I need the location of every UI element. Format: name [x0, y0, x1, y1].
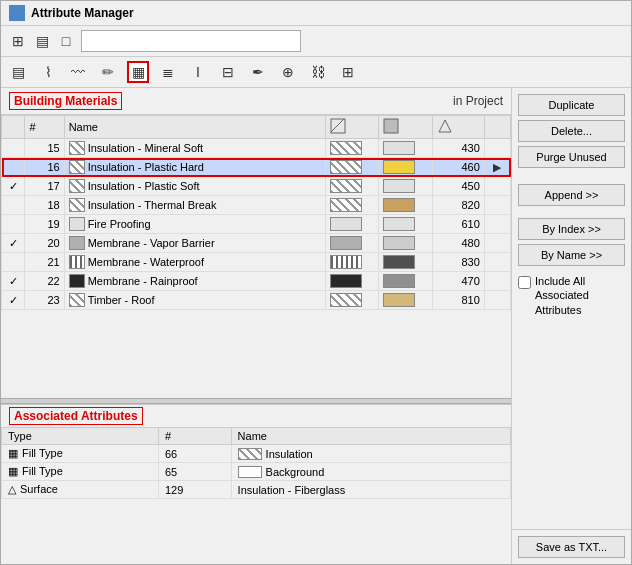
name-cell: Membrane - Waterproof	[64, 253, 325, 272]
name-cell: Insulation - Plastic Hard	[64, 158, 325, 177]
table-row[interactable]: 21 Membrane - Waterproof 830	[2, 253, 511, 272]
assoc-header: Associated Attributes	[1, 405, 511, 427]
materials-table-container[interactable]: # Name	[1, 114, 511, 398]
assoc-col-type: Type	[2, 428, 159, 445]
pattern-cell	[325, 177, 379, 196]
assoc-type-cell: ▦Fill Type	[2, 463, 159, 481]
append-button[interactable]: Append >>	[518, 184, 625, 206]
type-toolbar: ▤ ⌇ 〰 ✏ ▦ ≣ I ⊟ ✒ ⊕ ⛓ ⊞	[1, 57, 631, 88]
arrow-cell	[484, 272, 510, 291]
check-cell: ✓	[2, 291, 25, 310]
fill-cell	[379, 215, 433, 234]
table-row[interactable]: ✓ 17 Insulation - Plastic Soft 450	[2, 177, 511, 196]
assoc-label: Associated Attributes	[9, 407, 143, 425]
num-cell: 21	[25, 253, 64, 272]
assoc-col-num: #	[158, 428, 231, 445]
operation-icon[interactable]: ⊞	[337, 61, 359, 83]
col-num: #	[25, 116, 64, 139]
zone-icon[interactable]: ✒	[247, 61, 269, 83]
fill-icon[interactable]: 〰	[67, 61, 89, 83]
svg-line-1	[331, 119, 344, 132]
label-icon[interactable]: ⊟	[217, 61, 239, 83]
name-cell: Fire Proofing	[64, 215, 325, 234]
surface-icon[interactable]: ✏	[97, 61, 119, 83]
search-input[interactable]	[81, 30, 301, 52]
num-cell: 22	[25, 272, 64, 291]
layers-icon[interactable]: ▤	[7, 61, 29, 83]
materials-table: # Name	[1, 115, 511, 310]
include-all-label: Include All Associated Attributes	[535, 274, 625, 317]
check-cell: ✓	[2, 272, 25, 291]
check-cell: ✓	[2, 177, 25, 196]
by-name-button[interactable]: By Name >>	[518, 244, 625, 266]
duplicate-button[interactable]: Duplicate	[518, 94, 625, 116]
table-row[interactable]: 15 Insulation - Mineral Soft 430	[2, 139, 511, 158]
pattern-cell	[325, 234, 379, 253]
fill-type-icon: ▦	[8, 447, 18, 459]
main-panel: Building Materials in Project # Name	[1, 88, 511, 564]
assoc-name-cell: Insulation - Fiberglass	[231, 481, 510, 499]
fill-cell	[379, 272, 433, 291]
fill-cell	[379, 177, 433, 196]
building-mat-icon[interactable]: ▦	[127, 61, 149, 83]
fill-cell	[379, 196, 433, 215]
check-cell	[2, 253, 25, 272]
arrow-cell	[484, 291, 510, 310]
arrow-cell	[484, 253, 510, 272]
list-view-icon[interactable]: ▤	[31, 30, 53, 52]
attribute-manager-window: Attribute Manager ⊞ ▤ □ ▤ ⌇ 〰 ✏ ▦ ≣ I ⊟ …	[0, 0, 632, 565]
val-cell: 810	[432, 291, 484, 310]
col-fill	[379, 116, 433, 139]
fill-type-icon: ▦	[8, 465, 18, 477]
assoc-row[interactable]: △Surface 129 Insulation - Fiberglass	[2, 481, 511, 499]
include-all-checkbox[interactable]	[518, 276, 531, 289]
arrow-cell	[484, 139, 510, 158]
table-row[interactable]: ✓ 22 Membrane - Rainproof 470	[2, 272, 511, 291]
mep-icon[interactable]: ⛓	[307, 61, 329, 83]
val-cell: 820	[432, 196, 484, 215]
window-title: Attribute Manager	[31, 6, 134, 20]
grid-view-icon[interactable]: ⊞	[7, 30, 29, 52]
save-txt-button[interactable]: Save as TXT...	[518, 536, 625, 558]
pattern-cell	[325, 253, 379, 272]
assoc-num-cell: 66	[158, 445, 231, 463]
num-cell: 18	[25, 196, 64, 215]
val-cell: 460	[432, 158, 484, 177]
table-row[interactable]: 16 Insulation - Plastic Hard 460 ▶	[2, 158, 511, 177]
table-row[interactable]: ✓ 23 Timber - Roof 810	[2, 291, 511, 310]
app-icon	[9, 5, 25, 21]
col-pattern	[325, 116, 379, 139]
val-cell: 430	[432, 139, 484, 158]
by-index-button[interactable]: By Index >>	[518, 218, 625, 240]
city-icon[interactable]: ⊕	[277, 61, 299, 83]
fill-cell	[379, 234, 433, 253]
assoc-name-cell: Insulation	[231, 445, 510, 463]
delete-button[interactable]: Delete...	[518, 120, 625, 142]
assoc-row[interactable]: ▦Fill Type 66 Insulation	[2, 445, 511, 463]
assoc-table: Type # Name ▦Fill Type 66 Insulation ▦F	[1, 427, 511, 499]
composite-icon[interactable]: ≣	[157, 61, 179, 83]
search-toolbar: ⊞ ▤ □	[1, 26, 631, 57]
arrow-cell	[484, 215, 510, 234]
assoc-table-container[interactable]: Type # Name ▦Fill Type 66 Insulation ▦F	[1, 427, 511, 564]
arrow-cell	[484, 177, 510, 196]
check-cell	[2, 158, 25, 177]
assoc-row[interactable]: ▦Fill Type 65 Background	[2, 463, 511, 481]
section-header: Building Materials in Project	[1, 88, 511, 114]
table-row[interactable]: 19 Fire Proofing 610	[2, 215, 511, 234]
table-row[interactable]: ✓ 20 Membrane - Vapor Barrier 480	[2, 234, 511, 253]
purge-button[interactable]: Purge Unused	[518, 146, 625, 168]
small-view-icon[interactable]: □	[55, 30, 77, 52]
fill-cell	[379, 253, 433, 272]
val-cell: 450	[432, 177, 484, 196]
line-icon[interactable]: ⌇	[37, 61, 59, 83]
table-row[interactable]: 18 Insulation - Thermal Break 820	[2, 196, 511, 215]
fill-cell	[379, 291, 433, 310]
assoc-num-cell: 65	[158, 463, 231, 481]
text-icon[interactable]: I	[187, 61, 209, 83]
check-cell: ✓	[2, 234, 25, 253]
assoc-type-cell: △Surface	[2, 481, 159, 499]
pattern-cell	[325, 215, 379, 234]
name-cell: Membrane - Vapor Barrier	[64, 234, 325, 253]
associated-section: Associated Attributes Type # Name	[1, 404, 511, 564]
